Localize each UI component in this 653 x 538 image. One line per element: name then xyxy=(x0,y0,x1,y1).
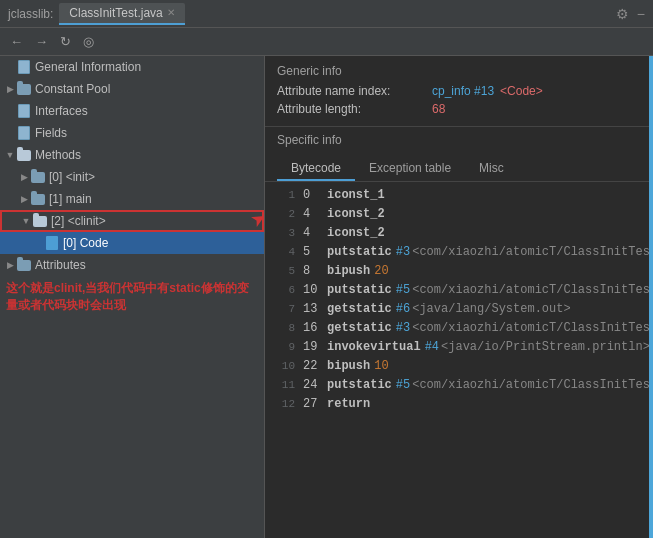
sidebar-item-general[interactable]: General Information xyxy=(0,56,264,78)
sidebar-item-main[interactable]: ▶ [1] main xyxy=(0,188,264,210)
code-instruction: putstatic xyxy=(327,244,392,261)
tab-bytecode[interactable]: Bytecode xyxy=(277,157,355,181)
generic-info-title: Generic info xyxy=(277,64,637,78)
table-row: 24iconst_2 xyxy=(265,205,649,224)
attr-name-row: Attribute name index: cp_info #13 <Code> xyxy=(277,84,637,98)
clinit-folder-icon xyxy=(32,214,48,228)
code-instruction: putstatic xyxy=(327,377,392,394)
code-offset: 27 xyxy=(303,396,321,413)
code-arg-link[interactable]: #4 xyxy=(425,339,439,356)
code-arg-text: <com/xiaozhi/atomicT/ClassInitTest. xyxy=(412,377,649,394)
cp-arrow-icon: ▶ xyxy=(4,84,16,94)
code-offset: 10 xyxy=(303,282,321,299)
code-arg-link[interactable]: #5 xyxy=(396,377,410,394)
code-arg-number: 20 xyxy=(374,263,388,280)
title-bar-right: ⚙ − xyxy=(616,6,645,22)
right-accent-bar xyxy=(649,56,653,538)
table-row: 919invokevirtual#4<java/io/PrintStream.p… xyxy=(265,338,649,357)
interfaces-icon xyxy=(16,104,32,118)
table-row: 1227return xyxy=(265,395,649,414)
forward-button[interactable]: → xyxy=(31,32,52,51)
sidebar-item-constant-pool[interactable]: ▶ Constant Pool xyxy=(0,78,264,100)
tab-exception-table[interactable]: Exception table xyxy=(355,157,465,181)
methods-label: Methods xyxy=(35,148,81,162)
code-arg-text: <java/io/PrintStream.println> xyxy=(441,339,649,356)
code-area[interactable]: 10iconst_124iconst_234iconst_245putstati… xyxy=(265,182,649,538)
line-number: 9 xyxy=(273,339,295,356)
code-instruction: iconst_2 xyxy=(327,206,385,223)
main-content: General Information ▶ Constant Pool Inte… xyxy=(0,56,653,538)
line-number: 1 xyxy=(273,187,295,204)
code-instruction: return xyxy=(327,396,370,413)
refresh-button[interactable]: ↻ xyxy=(56,32,75,51)
right-panel: Generic info Attribute name index: cp_in… xyxy=(265,56,649,538)
line-number: 5 xyxy=(273,263,295,280)
code-offset: 4 xyxy=(303,206,321,223)
line-number: 6 xyxy=(273,282,295,299)
line-number: 8 xyxy=(273,320,295,337)
tab-label: ClassInitTest.java xyxy=(69,6,162,20)
table-row: 10iconst_1 xyxy=(265,186,649,205)
file-tab[interactable]: ClassInitTest.java ✕ xyxy=(59,3,184,25)
load-button[interactable]: ◎ xyxy=(79,32,98,51)
main-label: [1] main xyxy=(49,192,92,206)
attr-length-label: Attribute length: xyxy=(277,102,432,116)
sidebar-item-fields[interactable]: Fields xyxy=(0,122,264,144)
code-arg-link[interactable]: #3 xyxy=(396,244,410,261)
interfaces-label: Interfaces xyxy=(35,104,88,118)
init-folder-icon xyxy=(30,170,46,184)
attr-name-label: Attribute name index: xyxy=(277,84,432,98)
cp-label: Constant Pool xyxy=(35,82,110,96)
attr-length-row: Attribute length: 68 xyxy=(277,102,637,116)
line-number: 3 xyxy=(273,225,295,242)
gear-icon[interactable]: ⚙ xyxy=(616,6,629,22)
sidebar-item-code[interactable]: [0] Code ➤ xyxy=(0,232,264,254)
table-row: 45putstatic#3<com/xiaozhi/atomicT/ClassI… xyxy=(265,243,649,262)
code-instruction: getstatic xyxy=(327,301,392,318)
methods-folder-icon xyxy=(16,148,32,162)
line-number: 10 xyxy=(273,358,295,375)
sidebar-annotation: 这个就是clinit,当我们代码中有static修饰的变量或者代码块时会出现 xyxy=(0,276,264,318)
code-doc-icon xyxy=(44,236,60,250)
sidebar-item-init[interactable]: ▶ [0] <init> xyxy=(0,166,264,188)
annotation-text: 这个就是clinit,当我们代码中有static修饰的变量或者代码块时会出现 xyxy=(6,281,249,312)
code-offset: 13 xyxy=(303,301,321,318)
attributes-folder-icon xyxy=(16,258,32,272)
minimize-icon[interactable]: − xyxy=(637,6,645,22)
fields-label: Fields xyxy=(35,126,67,140)
sidebar-item-attributes[interactable]: ▶ Attributes xyxy=(0,254,264,276)
clinit-label: [2] <clinit> xyxy=(51,214,106,228)
attributes-arrow-icon: ▶ xyxy=(4,260,16,270)
table-row: 610putstatic#5<com/xiaozhi/atomicT/Class… xyxy=(265,281,649,300)
code-arg-link[interactable]: #6 xyxy=(396,301,410,318)
sidebar-item-interfaces[interactable]: Interfaces xyxy=(0,100,264,122)
code-offset: 5 xyxy=(303,244,321,261)
code-arg-number: 10 xyxy=(374,358,388,375)
sidebar-item-clinit[interactable]: ▼ [2] <clinit> xyxy=(0,210,264,232)
code-instruction: bipush xyxy=(327,358,370,375)
sidebar: General Information ▶ Constant Pool Inte… xyxy=(0,56,265,538)
init-label: [0] <init> xyxy=(49,170,95,184)
attr-name-value[interactable]: cp_info #13 xyxy=(432,84,494,98)
code-offset: 4 xyxy=(303,225,321,242)
code-arg-link[interactable]: #3 xyxy=(396,320,410,337)
app-name: jclasslib: xyxy=(8,7,53,21)
back-button[interactable]: ← xyxy=(6,32,27,51)
table-row: 1124putstatic#5<com/xiaozhi/atomicT/Clas… xyxy=(265,376,649,395)
sidebar-item-methods[interactable]: ▼ Methods xyxy=(0,144,264,166)
title-bar-left: jclasslib: ClassInitTest.java ✕ xyxy=(8,3,185,25)
code-arg-text: <com/xiaozhi/atomicT/ClassInitTest. xyxy=(412,320,649,337)
generic-info-section: Generic info Attribute name index: cp_in… xyxy=(265,56,649,127)
code-instruction: iconst_1 xyxy=(327,187,385,204)
code-arg-text: <com/xiaozhi/atomicT/ClassInitTest. xyxy=(412,244,649,261)
specific-info-title: Specific info xyxy=(277,133,637,147)
code-arg-link[interactable]: #5 xyxy=(396,282,410,299)
table-row: 1022bipush10 xyxy=(265,357,649,376)
main-folder-icon xyxy=(30,192,46,206)
code-arg-text: <java/lang/System.out> xyxy=(412,301,570,318)
tab-misc[interactable]: Misc xyxy=(465,157,518,181)
code-instruction: getstatic xyxy=(327,320,392,337)
code-offset: 24 xyxy=(303,377,321,394)
tab-close-icon[interactable]: ✕ xyxy=(167,7,175,18)
code-offset: 19 xyxy=(303,339,321,356)
